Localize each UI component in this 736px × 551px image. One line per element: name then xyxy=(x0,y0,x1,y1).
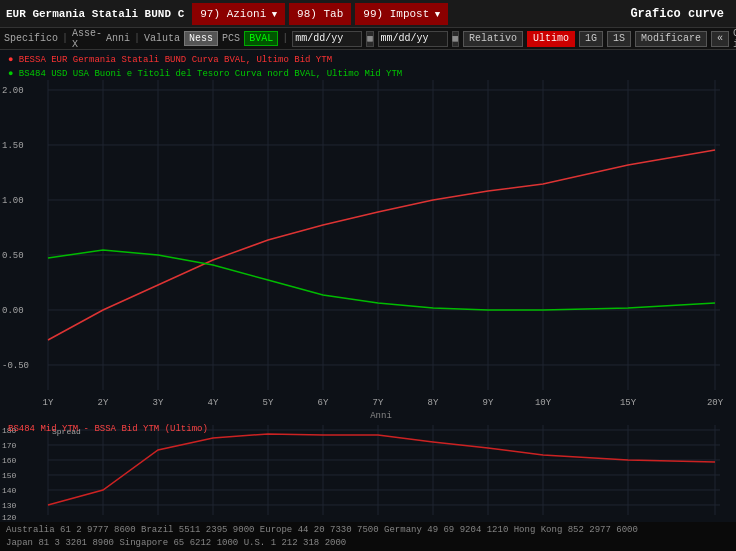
svg-text:130: 130 xyxy=(2,501,17,510)
svg-text:160: 160 xyxy=(2,456,17,465)
spread-legend: BS484 Mid YTM - BSSA Bid YTM (Ultimo) xyxy=(8,424,208,434)
svg-text:9Y: 9Y xyxy=(483,398,494,408)
date-input-2[interactable] xyxy=(378,31,448,47)
svg-text:0.50: 0.50 xyxy=(2,251,24,261)
svg-text:1.00: 1.00 xyxy=(2,196,24,206)
svg-text:10Y: 10Y xyxy=(535,398,552,408)
menu-area: 97) Azioni 98) Tab 99) Impost xyxy=(192,3,448,25)
svg-text:7Y: 7Y xyxy=(373,398,384,408)
grafico-curve-label: Grafico curve xyxy=(630,7,730,21)
valuta-label: Valuta xyxy=(144,33,180,44)
specifico-label: Specifico xyxy=(4,33,58,44)
pcs-label: PCS xyxy=(222,33,240,44)
assex-label: Asse-X xyxy=(72,28,102,50)
menu-azioni-button[interactable]: 97) Azioni xyxy=(192,3,285,25)
svg-text:120: 120 xyxy=(2,513,17,522)
relativo-button[interactable]: Relativo xyxy=(463,31,523,47)
svg-text:5Y: 5Y xyxy=(263,398,274,408)
1g-button[interactable]: 1G xyxy=(579,31,603,47)
toolbar: Specifico | Asse-X Anni | Valuta Ness PC… xyxy=(0,28,736,50)
title-bar: EUR Germania Statali BUND C 97) Azioni 9… xyxy=(0,0,736,28)
title-text: EUR Germania Statali BUND C xyxy=(6,8,184,20)
anni-label: Anni xyxy=(106,33,130,44)
svg-text:0.00: 0.00 xyxy=(2,306,24,316)
svg-text:150: 150 xyxy=(2,471,17,480)
menu-tab-button[interactable]: 98) Tab xyxy=(289,3,351,25)
legend-red: ● BESSA EUR Germania Statali BUND Curva … xyxy=(8,54,402,68)
svg-text:170: 170 xyxy=(2,441,17,450)
svg-text:2Y: 2Y xyxy=(98,398,109,408)
svg-text:4Y: 4Y xyxy=(208,398,219,408)
bval-indicator[interactable]: BVAL xyxy=(244,31,278,46)
svg-text:1Y: 1Y xyxy=(43,398,54,408)
chevron-button[interactable]: « xyxy=(711,31,729,47)
svg-text:1.50: 1.50 xyxy=(2,141,24,151)
svg-text:140: 140 xyxy=(2,486,17,495)
svg-text:15Y: 15Y xyxy=(620,398,637,408)
date-input-1[interactable] xyxy=(292,31,362,47)
spread-chart: 180 170 160 150 140 130 120 Spread BS484… xyxy=(0,420,736,522)
ultimo-button[interactable]: Ultimo xyxy=(527,31,575,47)
ness-selector[interactable]: Ness xyxy=(184,31,218,46)
svg-text:6Y: 6Y xyxy=(318,398,329,408)
modificare-button[interactable]: Modificare xyxy=(635,31,707,47)
menu-impost-button[interactable]: 99) Impost xyxy=(355,3,448,25)
svg-text:2.00: 2.00 xyxy=(2,86,24,96)
footer-line2: Japan 81 3 3201 8900 Singapore 65 6212 1… xyxy=(6,537,730,550)
svg-text:20Y: 20Y xyxy=(707,398,724,408)
svg-text:3Y: 3Y xyxy=(153,398,164,408)
legend-green: ● BS484 USD USA Buoni e Titoli del Tesor… xyxy=(8,68,402,82)
calendar-icon-1[interactable]: ▦ xyxy=(366,31,373,47)
svg-text:-0.50: -0.50 xyxy=(2,361,29,371)
chart-legend: ● BESSA EUR Germania Statali BUND Curva … xyxy=(8,54,402,81)
main-chart: 2.00 1.50 1.00 0.50 0.00 -0.50 1Y 2Y 3Y … xyxy=(0,50,736,420)
1s-button[interactable]: 1S xyxy=(607,31,631,47)
calendar-icon-2[interactable]: ▦ xyxy=(452,31,459,47)
footer-line1: Australia 61 2 9777 8600 Brazil 5511 239… xyxy=(6,524,730,537)
svg-text:8Y: 8Y xyxy=(428,398,439,408)
svg-text:Anni: Anni xyxy=(370,411,392,420)
footer: Australia 61 2 9777 8600 Brazil 5511 239… xyxy=(0,522,736,551)
